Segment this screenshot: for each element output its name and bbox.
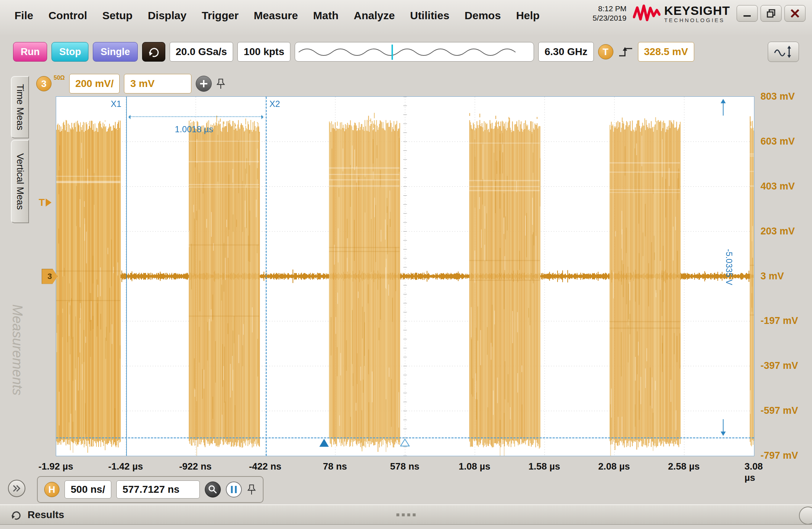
x2-cursor-label: X2 <box>269 99 280 109</box>
results-expand-button[interactable] <box>799 507 812 525</box>
brand-subtitle: TECHNOLOGIES <box>664 17 730 23</box>
y-axis-label: -797 mV <box>761 450 798 461</box>
impedance-label: 50Ω <box>54 75 65 81</box>
acquisition-toolbar: Run Stop Single 20.0 GSa/s 100 kpts 6.30… <box>0 41 812 63</box>
close-button[interactable] <box>784 5 805 22</box>
menu-item-math[interactable]: Math <box>313 9 339 22</box>
horizontal-position-field[interactable]: 577.7127 ns <box>116 480 200 499</box>
trigger-arrow-icon <box>46 199 55 207</box>
channel-3-badge[interactable]: 3 <box>36 76 51 91</box>
menu-item-trigger[interactable]: Trigger <box>202 9 239 22</box>
menu-bar: FileControlSetupDisplayTriggerMeasureMat… <box>0 0 812 36</box>
close-icon <box>790 8 800 19</box>
rising-edge-icon <box>618 46 634 58</box>
clear-display-button[interactable] <box>142 42 165 62</box>
waveform-grid: X1 X2 1.0018 µs -5.0335 V T 3 <box>56 96 754 456</box>
vertical-scale-field[interactable]: 200 mV/ <box>69 74 120 93</box>
trigger-time-marker <box>319 439 329 447</box>
trigger-level-field[interactable]: 328.5 mV <box>638 42 694 62</box>
menu-item-file[interactable]: File <box>14 9 33 22</box>
y-axis-label: 803 mV <box>761 91 795 102</box>
menu-list: FileControlSetupDisplayTriggerMeasureMat… <box>14 9 540 22</box>
delay-waveform-icon <box>295 42 534 62</box>
run-button[interactable]: Run <box>13 42 47 62</box>
offset-field[interactable]: 3 mV <box>124 74 191 93</box>
x2-cursor-line[interactable] <box>266 97 267 456</box>
delta-x-value: 1.0018 µs <box>175 124 213 134</box>
gating-button[interactable] <box>226 482 242 497</box>
zoom-button[interactable] <box>205 482 221 497</box>
trigger-marker-letter: T <box>39 197 45 208</box>
restore-icon <box>766 9 776 18</box>
channel-offset-marker[interactable]: 3 <box>42 269 58 284</box>
results-label: Results <box>28 509 64 521</box>
gate-bar-icon <box>231 486 233 493</box>
x-axis-label: -1.42 µs <box>108 461 143 472</box>
x-axis-label: 78 ns <box>323 461 347 472</box>
results-bar[interactable]: Results <box>0 504 812 525</box>
trigger-level-marker[interactable]: T <box>39 197 55 208</box>
waveform-display[interactable] <box>56 97 754 456</box>
minimize-button[interactable] <box>737 5 758 22</box>
y-axis-label: -597 mV <box>761 405 798 416</box>
menu-item-demos[interactable]: Demos <box>465 9 501 22</box>
memory-depth-field[interactable]: 100 kpts <box>237 42 290 62</box>
restore-button[interactable] <box>761 5 782 22</box>
arrow-left-icon <box>128 115 130 119</box>
x1-cursor-line[interactable] <box>126 97 127 456</box>
clock-time: 8:12 PM <box>593 4 626 13</box>
keysight-spark-icon <box>633 4 660 23</box>
x-axis-label: 2.08 µs <box>598 461 630 472</box>
menu-item-setup[interactable]: Setup <box>102 9 132 22</box>
y-axis-label: -197 mV <box>761 315 798 326</box>
drag-handle[interactable] <box>397 513 416 516</box>
y-axis-label: -397 mV <box>761 360 798 371</box>
menu-item-control[interactable]: Control <box>49 9 87 22</box>
horizontal-delay-indicator[interactable] <box>295 42 534 62</box>
autoscale-button[interactable] <box>768 42 799 62</box>
x-axis-label: 578 ns <box>390 461 419 472</box>
y2-arrow-icon <box>719 418 727 437</box>
stop-button[interactable]: Stop <box>51 42 88 62</box>
bandwidth-field[interactable]: 6.30 GHz <box>538 42 593 62</box>
menu-item-analyze[interactable]: Analyze <box>354 9 395 22</box>
clock: 8:12 PM 5/23/2019 <box>593 4 626 23</box>
x-axis-label: 2.58 µs <box>668 461 700 472</box>
minimize-icon <box>742 9 752 18</box>
expand-panel-button[interactable] <box>8 480 25 497</box>
plus-icon <box>199 79 208 88</box>
y-axis-label: 203 mV <box>761 226 795 237</box>
single-button[interactable]: Single <box>93 42 137 62</box>
window-buttons <box>737 5 805 22</box>
time-scale-field[interactable]: 500 ns/ <box>65 480 111 499</box>
x-axis-label: 1.58 µs <box>529 461 560 472</box>
tab-vertical-meas[interactable]: Vertical Meas <box>11 140 29 223</box>
channel-toolbar: 3 50Ω 200 mV/ 3 mV <box>36 73 225 94</box>
brand-name: KEYSIGHT <box>664 4 730 18</box>
y-axis-label: 3 mV <box>761 271 784 282</box>
pin-icon[interactable] <box>216 78 225 89</box>
timebase-toolbar: H 500 ns/ 577.7127 ns <box>37 476 264 503</box>
pin-icon[interactable] <box>247 484 256 495</box>
x-axis-label: 1.08 µs <box>459 461 490 472</box>
add-channel-button[interactable] <box>196 76 212 92</box>
results-settings-icon[interactable] <box>10 509 22 521</box>
autoscale-icon <box>773 45 794 59</box>
double-chevron-icon <box>12 484 21 493</box>
time-axis: -1.92 µs-1.42 µs-922 ns-422 ns78 ns578 n… <box>56 461 754 475</box>
trigger-source-badge[interactable]: T <box>598 44 613 59</box>
gate-bar-icon <box>235 486 237 493</box>
x-axis-label: -1.92 µs <box>38 461 73 472</box>
horizontal-badge[interactable]: H <box>44 482 59 497</box>
menu-item-help[interactable]: Help <box>516 9 540 22</box>
delta-y-value: -5.0335 V <box>724 249 734 285</box>
menu-item-measure[interactable]: Measure <box>254 9 298 22</box>
x-axis-label: -422 ns <box>249 461 282 472</box>
tab-time-meas[interactable]: Time Meas <box>11 76 29 138</box>
delta-x-measure-line <box>129 116 263 117</box>
menu-item-utilities[interactable]: Utilities <box>410 9 449 22</box>
clear-display-icon <box>148 46 160 58</box>
menu-item-display[interactable]: Display <box>148 9 187 22</box>
sample-rate-field[interactable]: 20.0 GSa/s <box>170 42 233 62</box>
oscilloscope-app: FileControlSetupDisplayTriggerMeasureMat… <box>0 0 812 529</box>
